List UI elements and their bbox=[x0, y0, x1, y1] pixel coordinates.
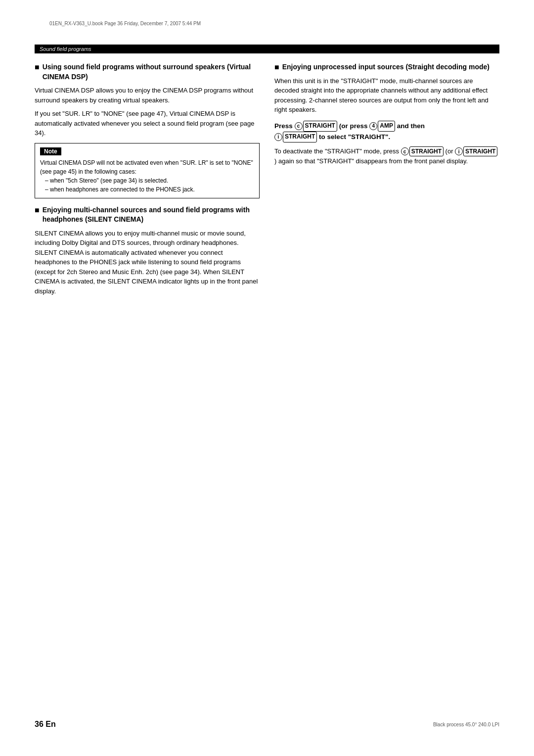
note-text: Virtual CINEMA DSP will not be activated… bbox=[40, 158, 254, 176]
press-end-text: and then bbox=[397, 122, 425, 130]
deactivate-para: To deactivate the "STRAIGHT" mode, press… bbox=[274, 146, 499, 166]
section1-heading-text: Using sound field programs without surro… bbox=[43, 62, 260, 82]
press-final-text: to select "STRAIGHT". bbox=[319, 133, 390, 141]
press-instruction: Press cSTRAIGHT (or press 4AMP and then … bbox=[274, 121, 499, 142]
page: 01EN_RX-V363_U.book Page 36 Friday, Dece… bbox=[0, 0, 534, 756]
section2-heading: ■ Enjoying multi-channel sources and sou… bbox=[35, 205, 260, 225]
deactivate-circle-2: i bbox=[455, 147, 463, 155]
deactivate-circle-1: c bbox=[401, 147, 409, 155]
note-list-item: when "5ch Stereo" (see page 34) is selec… bbox=[45, 176, 254, 185]
section3-heading-text: Enjoying unprocessed input sources (Stra… bbox=[282, 62, 499, 72]
page-number: 36 En bbox=[35, 720, 56, 729]
straight-button-circle-1: c bbox=[295, 122, 303, 130]
amp-button-num: 4 bbox=[369, 122, 377, 130]
section3-heading: ■ Enjoying unprocessed input sources (St… bbox=[274, 62, 499, 72]
section1-bullet: ■ bbox=[35, 62, 40, 72]
deactivate-middle: (or bbox=[445, 147, 453, 155]
footer-note: Black process 45.0° 240.0 LPI bbox=[433, 722, 499, 727]
deactivate-label-1: STRAIGHT bbox=[409, 146, 444, 156]
note-label: Note bbox=[40, 147, 61, 155]
section1-heading: ■ Using sound field programs without sur… bbox=[35, 62, 260, 82]
section2-bullet: ■ bbox=[35, 205, 40, 215]
note-list-item: when headphones are connected to the PHO… bbox=[45, 185, 254, 194]
section3-bullet: ■ bbox=[274, 62, 279, 72]
header-bar: Sound field programs bbox=[35, 45, 499, 53]
left-column: ■ Using sound field programs without sur… bbox=[35, 62, 260, 300]
deactivate-end: ) again so that "STRAIGHT" disappears fr… bbox=[274, 157, 468, 165]
section1-para1: Virtual CINEMA DSP allows you to enjoy t… bbox=[35, 86, 260, 105]
note-box: Note Virtual CINEMA DSP will not be acti… bbox=[35, 143, 260, 198]
right-column: ■ Enjoying unprocessed input sources (St… bbox=[274, 62, 499, 300]
section1-para2: If you set "SUR. LR" to "NONE" (see page… bbox=[35, 109, 260, 138]
section2-heading-text: Enjoying multi-channel sources and sound… bbox=[43, 205, 260, 225]
straight-button-label-1: STRAIGHT bbox=[303, 121, 337, 131]
note-list: when "5ch Stereo" (see page 34) is selec… bbox=[40, 176, 254, 194]
press-middle-text: (or press bbox=[339, 122, 368, 130]
straight-button-circle-2: i bbox=[274, 133, 282, 141]
deactivate-text-1: To deactivate the "STRAIGHT" mode, press bbox=[274, 147, 399, 155]
straight-button-label-2: STRAIGHT bbox=[283, 132, 317, 142]
press-label: Press bbox=[274, 122, 293, 130]
page-footer: 36 En Black process 45.0° 240.0 LPI bbox=[35, 720, 499, 729]
page-meta: 01EN_RX-V363_U.book Page 36 Friday, Dece… bbox=[49, 21, 201, 26]
amp-button-label: AMP bbox=[378, 121, 395, 131]
content-area: ■ Using sound field programs without sur… bbox=[35, 62, 499, 300]
section3-para1: When this unit is in the "STRAIGHT" mode… bbox=[274, 76, 499, 115]
section2-para1: SILENT CINEMA allows you to enjoy multi-… bbox=[35, 229, 260, 296]
deactivate-label-2: STRAIGHT bbox=[463, 146, 497, 156]
